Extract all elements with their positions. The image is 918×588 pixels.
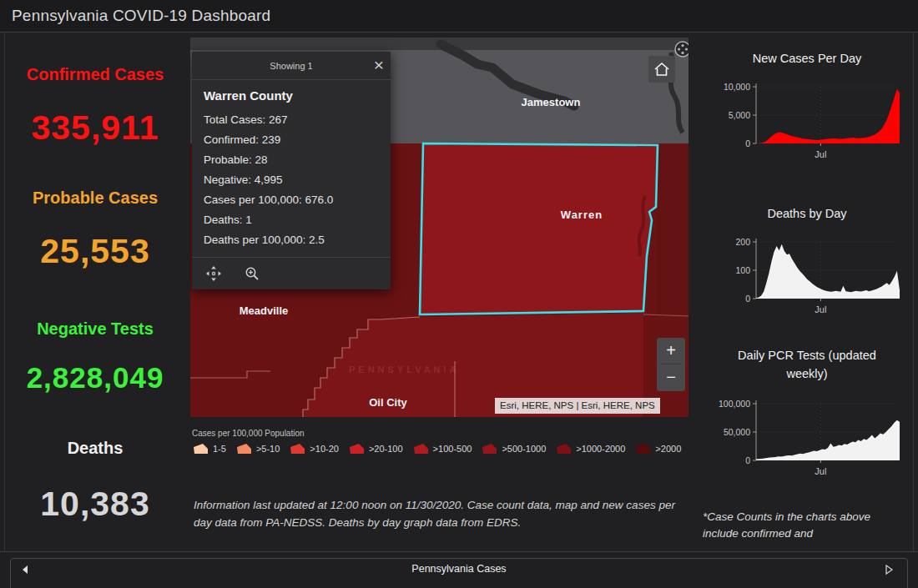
home-button[interactable] (648, 56, 675, 83)
chart-title-new-cases: New Cases Per Day (701, 50, 913, 68)
drag-dots-icon (673, 40, 688, 58)
svg-text:5,000: 5,000 (729, 110, 750, 120)
header-bar: Pennsylvania COVID-19 Dashboard (0, 0, 918, 33)
next-tab-arrow[interactable] (880, 560, 898, 579)
legend-item: >10-20 (289, 443, 339, 455)
charts-panel: New Cases Per Day 05,00010,000Jul Deaths… (701, 32, 914, 552)
bottom-tab-bar: Pennsylvania Cases (0, 551, 918, 588)
meadville-label: Meadville (240, 304, 289, 317)
svg-text:200: 200 (735, 237, 750, 247)
popup-body: Warren County Total Cases: 267Confirmed:… (192, 80, 391, 257)
negative-tests-label: Negative Tests (0, 319, 190, 339)
probable-cases-label: Probable Cases (0, 188, 190, 208)
svg-text:Jul: Jul (815, 466, 826, 476)
map-zoom-control: + − (657, 338, 685, 391)
legend-label: 1-5 (213, 444, 226, 454)
charts-footnote: *Case Counts in the charts above include… (703, 509, 908, 543)
deaths-value: 10,383 (0, 485, 190, 524)
legend-swatch (412, 443, 429, 455)
legend-swatch (481, 443, 497, 455)
jamestown-label: Jamestown (522, 96, 581, 108)
popup-stat-row: Confirmed: 239 (204, 130, 379, 150)
map-widget[interactable]: PENNSYLVANIA Jamestown Warren Meadville … (190, 38, 688, 417)
svg-text:0: 0 (745, 294, 750, 304)
map-legend: Cases per 100,000 Population 1-5>5-10>10… (192, 429, 693, 455)
svg-text:100: 100 (735, 265, 750, 275)
widget-drag-handle[interactable] (673, 40, 688, 58)
legend-label: >100-500 (433, 444, 472, 454)
warren-label: Warren (561, 209, 603, 221)
stats-panel: Confirmed Cases 335,911 Probable Cases 2… (0, 32, 190, 552)
popup-stat-row: Deaths per 100,000: 2.5 (204, 230, 379, 250)
probable-cases-value: 25,553 (0, 232, 190, 271)
dock-move-icon[interactable] (205, 265, 222, 282)
map-attribution: Esri, HERE, NPS | Esri, HERE, NPS (495, 398, 660, 414)
popup-stat-row: Negative: 4,995 (204, 170, 379, 190)
mckean-strip (656, 145, 688, 314)
legend-item: >2000 (634, 443, 681, 455)
close-icon[interactable]: × (374, 53, 384, 77)
svg-text:0: 0 (745, 455, 750, 465)
deaths-label: Deaths (0, 439, 190, 458)
svg-text:Jul: Jul (815, 304, 826, 314)
confirmed-cases-value: 335,911 (0, 108, 190, 148)
legend-swatch (289, 443, 305, 455)
legend-item: >20-100 (348, 443, 403, 455)
oil-city-label: Oil City (369, 396, 407, 409)
chart-new-cases-per-day: 05,00010,000Jul (708, 80, 905, 172)
legend-swatch (348, 443, 365, 455)
zoom-to-icon[interactable] (244, 265, 260, 282)
legend-label: >1000-2000 (576, 444, 625, 454)
tab-label: Pennsylvania Cases (0, 563, 918, 575)
warren-county-selected[interactable] (420, 143, 658, 314)
legend-swatch (634, 443, 651, 455)
svg-text:50,000: 50,000 (724, 427, 750, 437)
popup-county-title: Warren County (204, 88, 379, 103)
legend-swatch (192, 443, 209, 455)
legend-label: >5-10 (256, 444, 280, 454)
legend-label: >500-1000 (502, 444, 546, 454)
legend-item: 1-5 (192, 443, 226, 455)
negative-tests-value: 2,828,049 (0, 361, 190, 395)
chart-title-deaths: Deaths by Day (701, 205, 913, 224)
svg-text:Jul: Jul (815, 149, 826, 159)
zoom-in-button[interactable]: + (657, 338, 685, 364)
map-popup: Showing 1 × Warren County Total Cases: 2… (192, 52, 391, 289)
popup-showing-count: Showing 1 (192, 61, 391, 71)
svg-text:0: 0 (745, 138, 750, 148)
legend-swatch (235, 443, 252, 455)
svg-text:100,000: 100,000 (719, 399, 750, 409)
page-title: Pennsylvania COVID-19 Dashboard (0, 7, 270, 25)
popup-stat-row: Deaths: 1 (204, 210, 379, 230)
popup-stat-row: Cases per 100,000: 676.0 (204, 190, 379, 210)
popup-footer (192, 257, 391, 289)
legend-item: >1000-2000 (555, 443, 625, 455)
legend-swatch (555, 443, 572, 455)
zoom-out-button[interactable]: − (657, 364, 685, 390)
legend-label: >10-20 (310, 444, 339, 454)
popup-stat-row: Total Cases: 267 (204, 110, 379, 130)
state-watermark: PENNSYLVANIA (349, 364, 460, 374)
legend-item: >100-500 (412, 443, 472, 455)
legend-item: >5-10 (235, 443, 280, 455)
chart-deaths-by-day: 0100200Jul (708, 235, 905, 327)
chart-daily-pcr-tests: 050,000100,000Jul (708, 397, 905, 489)
legend-label: >20-100 (369, 444, 403, 454)
last-updated-text: Information last updated at 12:00 noon o… (194, 497, 694, 532)
chart-title-pcr-tests: Daily PCR Tests (updated weekly) (701, 347, 913, 384)
popup-stat-row: Probable: 28 (204, 150, 379, 170)
home-icon (653, 60, 671, 78)
popup-header: Showing 1 × (192, 52, 391, 80)
legend-label: >2000 (655, 444, 681, 454)
svg-text:10,000: 10,000 (724, 82, 750, 92)
legend-item: >500-1000 (481, 443, 546, 455)
legend-title: Cases per 100,000 Population (192, 429, 693, 438)
confirmed-cases-label: Confirmed Cases (0, 65, 190, 84)
